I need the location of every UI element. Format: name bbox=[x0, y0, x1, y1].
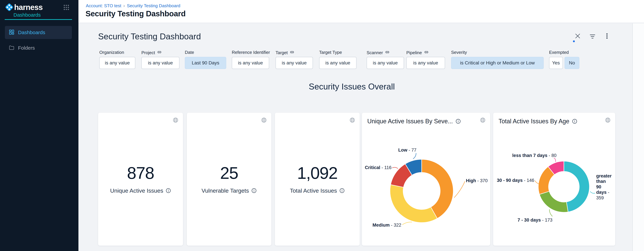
section-title: Security Issues Overall bbox=[84, 82, 620, 91]
data-label-leader-line bbox=[590, 192, 595, 193]
data-label-low: Low - 77 bbox=[398, 147, 416, 153]
filter-label-reference-identifier: Reference Identifier bbox=[232, 50, 270, 55]
filter-value-pipeline[interactable]: is any value bbox=[406, 57, 445, 69]
data-label-7-30-days: 7 - 30 days - 173 bbox=[518, 217, 552, 223]
metric-value: 25 bbox=[220, 165, 238, 181]
filter-label-project: Project bbox=[142, 50, 162, 56]
brand-row: harness bbox=[5, 2, 74, 12]
filter-value-target-type[interactable]: is any value bbox=[319, 57, 356, 69]
metric-tile-unique-active-issues: 878Unique Active Issues bbox=[98, 113, 183, 246]
more-options-icon[interactable] bbox=[604, 33, 610, 39]
chart-card-total-active-issues-by-age: Total Active Issues By Agegreaterthan90d… bbox=[493, 113, 615, 246]
filter-label-target: Target bbox=[276, 50, 294, 56]
metric-tile-vulnerable-targets: 25Vulnerable Targets bbox=[187, 113, 271, 246]
exempted-yes-button[interactable]: Yes bbox=[549, 57, 563, 69]
chevron-right-icon: › bbox=[124, 3, 125, 8]
filter-label-pipeline: Pipeline bbox=[406, 50, 429, 56]
page-title: Security Testing Dashboard bbox=[86, 9, 186, 18]
linked-filter-icon bbox=[157, 50, 162, 56]
brand-wordmark: harness bbox=[14, 3, 42, 12]
data-label-medium: Medium - 322 bbox=[372, 222, 401, 228]
sidebar-item-label: Dashboards bbox=[18, 30, 45, 35]
linked-filter-icon bbox=[424, 50, 429, 56]
metric-label: Vulnerable Targets bbox=[202, 187, 257, 194]
donut-slice-medium[interactable] bbox=[390, 185, 437, 223]
filter-label-target-type: Target Type bbox=[319, 50, 342, 55]
breadcrumb-account-link[interactable]: Account: STO test bbox=[86, 3, 121, 8]
breadcrumb: Account: STO test › Security Testing Das… bbox=[86, 3, 180, 8]
data-label-leader-line bbox=[392, 167, 398, 169]
filter-label-organization: Organization bbox=[99, 50, 124, 55]
donut-slice-7-30-days[interactable] bbox=[540, 191, 568, 212]
metric-value: 878 bbox=[127, 165, 154, 181]
filter-label-severity: Severity bbox=[451, 50, 467, 55]
folder-icon bbox=[9, 45, 14, 51]
filter-label-exempted: Exempted bbox=[549, 50, 569, 55]
metric-value: 1,092 bbox=[297, 165, 338, 181]
sidebar-item-folders[interactable]: Folders bbox=[5, 41, 72, 54]
scrollbar-gutter[interactable] bbox=[632, 23, 644, 251]
data-label-leader-line bbox=[554, 158, 556, 162]
data-label-leader-line bbox=[413, 153, 416, 159]
filter-label-date: Date bbox=[185, 50, 194, 55]
data-label-leader-line bbox=[550, 209, 552, 216]
chart-card-unique-active-issues-by-severity: Unique Active Issues By Seve...High - 37… bbox=[362, 113, 490, 246]
data-label-greater-than-90-days: greaterthan90days -359 bbox=[596, 173, 616, 201]
filter-value-severity[interactable]: is Critical or High or Medium or Low bbox=[451, 57, 544, 69]
info-icon[interactable] bbox=[339, 188, 345, 193]
data-label-leader-line bbox=[454, 181, 465, 198]
sidebar-item-label: Folders bbox=[18, 45, 35, 51]
filter-value-organization[interactable]: is any value bbox=[99, 57, 135, 69]
sidebar: harness Dashboards bbox=[0, 0, 78, 251]
filter-value-project[interactable]: is any value bbox=[142, 57, 180, 69]
linked-filter-icon bbox=[385, 50, 390, 56]
exempted-no-button[interactable]: No bbox=[564, 57, 579, 69]
donut-slice-greater-than-90-days[interactable] bbox=[564, 161, 590, 212]
sidebar-item-dashboards[interactable]: Dashboards bbox=[5, 26, 72, 39]
harness-security-dashboard: harness Dashboards bbox=[0, 0, 644, 251]
data-label-high: High - 370 bbox=[466, 178, 488, 183]
info-icon[interactable] bbox=[166, 188, 171, 193]
breadcrumb-page-link[interactable]: Security Testing Dashboard bbox=[127, 3, 180, 8]
filter-value-scanner[interactable]: is any value bbox=[366, 57, 404, 69]
close-icon[interactable] bbox=[574, 33, 581, 39]
linked-filter-icon bbox=[290, 50, 294, 56]
data-label-critical: Critical - 116 bbox=[365, 165, 392, 170]
harness-logo-icon bbox=[5, 3, 14, 12]
filter-value-date[interactable]: Last 90 Days bbox=[185, 57, 226, 69]
filter-icon[interactable] bbox=[589, 33, 596, 40]
metric-label: Total Active Issues bbox=[290, 187, 345, 194]
top-header: Account: STO test › Security Testing Das… bbox=[78, 0, 644, 23]
module-name: Dashboards bbox=[14, 12, 41, 18]
data-label-30-90-days: 30 - 90 days - 146 bbox=[497, 178, 534, 183]
filter-label-scanner: Scanner bbox=[366, 50, 390, 56]
cursor-dot bbox=[573, 40, 575, 42]
filter-value-target[interactable]: is any value bbox=[276, 57, 313, 69]
info-icon[interactable] bbox=[251, 188, 257, 193]
metric-label: Unique Active Issues bbox=[110, 187, 171, 194]
app-switcher-icon[interactable] bbox=[63, 4, 70, 11]
filter-value-reference-identifier[interactable]: is any value bbox=[232, 57, 269, 69]
dashboard-panel-title: Security Testing Dashboard bbox=[98, 32, 201, 41]
data-label-less-than-7-days: less than 7 days - 80 bbox=[512, 153, 556, 158]
dashboards-icon bbox=[9, 29, 14, 35]
module-accent-divider bbox=[5, 19, 72, 20]
metric-tile-total-active-issues: 1,092Total Active Issues bbox=[275, 113, 360, 246]
data-label-leader-line bbox=[402, 222, 412, 225]
